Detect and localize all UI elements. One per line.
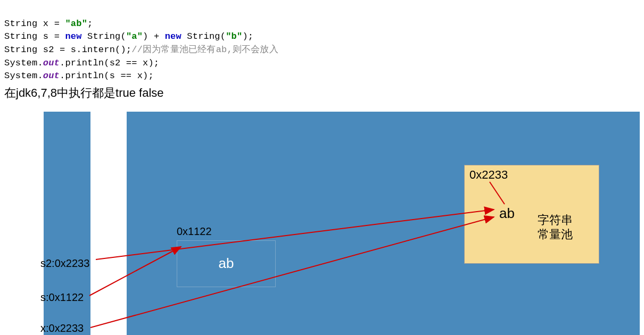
pool-address-label: 0x2233 bbox=[469, 168, 508, 182]
code-block: String x = "ab"; String s = new String("… bbox=[4, 4, 640, 83]
string-pool-title: 字符串 常量池 bbox=[538, 213, 573, 242]
memory-diagram: 0x2233 ab 字符串 常量池 0x1122 ab s2:0x2233 s:… bbox=[4, 111, 640, 335]
stack-var-s2: s2:0x2233 bbox=[40, 257, 89, 270]
stack-var-s: s:0x1122 bbox=[40, 291, 84, 304]
heap-address-label: 0x1122 bbox=[177, 225, 212, 238]
pool-value-label: ab bbox=[499, 205, 515, 222]
stack-var-x: x:0x2233 bbox=[40, 322, 84, 334]
heap-value-label: ab bbox=[219, 255, 234, 272]
result-caption: 在jdk6,7,8中执行都是true false bbox=[4, 85, 640, 101]
heap-object-box: ab bbox=[177, 240, 276, 287]
